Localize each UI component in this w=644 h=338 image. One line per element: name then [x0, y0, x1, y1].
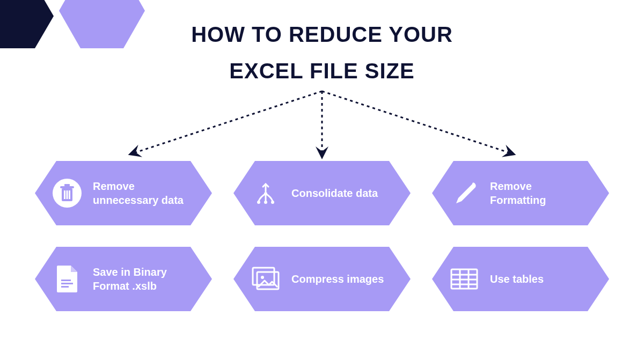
svg-rect-8 [67, 190, 68, 199]
tip-remove-data: Remove unnecessary data [35, 161, 212, 225]
branching-arrows [118, 89, 526, 164]
images-icon [250, 263, 282, 295]
svg-point-11 [257, 201, 260, 204]
svg-rect-6 [64, 184, 70, 186]
title-line-2: EXCEL FILE SIZE [0, 53, 644, 89]
tip-label: Remove Formatting [490, 179, 588, 207]
svg-point-13 [271, 201, 274, 204]
svg-rect-5 [60, 186, 74, 188]
page-title: HOW TO REDUCE YOUR EXCEL FILE SIZE [0, 16, 644, 89]
tip-use-tables: Use tables [432, 247, 609, 311]
tip-label: Save in Binary Format .xslb [93, 265, 191, 293]
brush-icon [448, 177, 480, 209]
svg-line-0 [134, 91, 322, 153]
tip-compress-images: Compress images [233, 247, 411, 311]
tip-label: Compress images [291, 272, 384, 286]
trash-icon [51, 177, 83, 209]
svg-rect-15 [61, 283, 73, 284]
svg-rect-7 [64, 190, 65, 199]
tip-consolidate: Consolidate data [233, 161, 411, 225]
table-icon [448, 263, 480, 295]
svg-rect-18 [257, 272, 279, 289]
tip-label: Remove unnecessary data [93, 179, 191, 207]
svg-rect-16 [61, 286, 69, 288]
tip-binary-format: Save in Binary Format .xslb [35, 247, 212, 311]
svg-point-19 [261, 276, 264, 279]
tip-label: Consolidate data [291, 186, 378, 200]
merge-icon [250, 177, 282, 209]
tip-remove-formatting: Remove Formatting [432, 161, 609, 225]
tip-label: Use tables [490, 272, 544, 286]
svg-line-2 [322, 91, 510, 153]
title-line-1: HOW TO REDUCE YOUR [0, 16, 644, 53]
svg-rect-14 [61, 280, 71, 281]
tips-grid: Remove unnecessary data Consolidate data [0, 161, 644, 311]
file-icon [51, 263, 83, 295]
svg-rect-9 [69, 190, 70, 199]
